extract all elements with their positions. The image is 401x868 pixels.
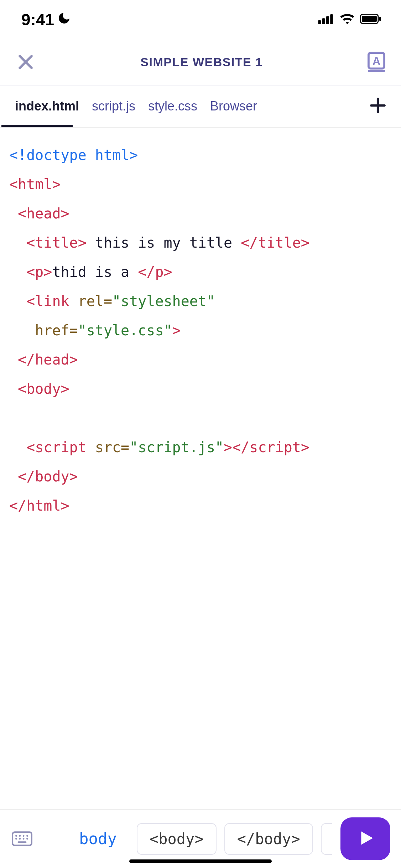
code-token: <p> (26, 264, 52, 280)
bottom-bar: body <body> </body> a (0, 809, 401, 868)
keyboard-icon[interactable] (11, 827, 33, 850)
play-icon (355, 828, 375, 849)
svg-text:A: A (373, 55, 380, 67)
code-token: thid is a (52, 264, 138, 280)
code-token: src= (87, 439, 129, 455)
code-token: <body> (18, 381, 69, 397)
cell-signal-icon (318, 14, 334, 26)
tabs-row: index.html script.js style.css Browser (0, 86, 401, 128)
svg-point-17 (23, 838, 25, 840)
code-token: > (224, 439, 232, 455)
code-token: href= (35, 322, 78, 339)
home-indicator (129, 859, 272, 863)
suggestion-open-tag[interactable]: <body> (137, 823, 217, 855)
code-token: script> (249, 439, 309, 455)
code-token: "style.css" (78, 322, 172, 339)
svg-point-12 (19, 835, 21, 837)
add-tab-button[interactable] (369, 97, 387, 116)
code-token: this is my title (87, 234, 241, 251)
code-token: </p> (138, 264, 172, 280)
code-token: </ (232, 439, 249, 455)
close-icon[interactable] (15, 51, 36, 73)
code-token: <link (26, 293, 69, 309)
font-size-icon[interactable]: A (367, 51, 386, 73)
wifi-icon (339, 13, 355, 26)
svg-rect-3 (330, 14, 333, 24)
code-token: > (172, 322, 181, 339)
code-token: rel= (69, 293, 112, 309)
tab-script-js[interactable]: script.js (85, 86, 142, 127)
run-button[interactable] (340, 817, 390, 860)
code-token: "stylesheet" (112, 293, 215, 309)
tab-index-html[interactable]: index.html (9, 86, 85, 127)
suggestion-word[interactable]: body (67, 823, 129, 855)
title-bar: SIMPLE WEBSITE 1 A (0, 39, 401, 86)
svg-rect-1 (322, 18, 325, 24)
suggestion-strip: body <body> </body> a (42, 823, 332, 855)
code-token: <html> (9, 176, 61, 192)
tab-browser[interactable]: Browser (204, 86, 264, 127)
code-token: </html> (9, 497, 69, 514)
code-token: <!doctype html> (9, 147, 138, 163)
code-editor[interactable]: <!doctype html> <html> <head> <title> th… (0, 128, 401, 809)
code-token: <head> (18, 205, 69, 222)
status-time: 9:41 (21, 10, 54, 29)
code-token: "script.js" (129, 439, 224, 455)
svg-rect-6 (379, 17, 381, 21)
status-bar: 9:41 (0, 0, 401, 39)
battery-icon (360, 14, 381, 25)
moon-icon (57, 10, 71, 29)
svg-point-11 (15, 835, 17, 837)
code-token: <title> (26, 234, 87, 251)
svg-point-15 (15, 838, 17, 840)
svg-point-13 (23, 835, 25, 837)
svg-rect-5 (362, 16, 377, 22)
svg-rect-2 (326, 16, 329, 25)
svg-point-14 (26, 835, 28, 837)
active-tab-underline (1, 125, 73, 127)
code-token: </head> (18, 351, 78, 368)
code-token: </title> (241, 234, 309, 251)
svg-rect-0 (318, 20, 321, 24)
page-title: SIMPLE WEBSITE 1 (140, 55, 262, 69)
suggestion-partial[interactable]: a (321, 823, 332, 855)
svg-point-16 (19, 838, 21, 840)
tab-style-css[interactable]: style.css (142, 86, 204, 127)
svg-rect-19 (18, 841, 27, 843)
svg-point-18 (26, 838, 28, 840)
code-token: </body> (18, 468, 78, 485)
code-token: <script (26, 439, 87, 455)
suggestion-close-tag[interactable]: </body> (224, 823, 313, 855)
